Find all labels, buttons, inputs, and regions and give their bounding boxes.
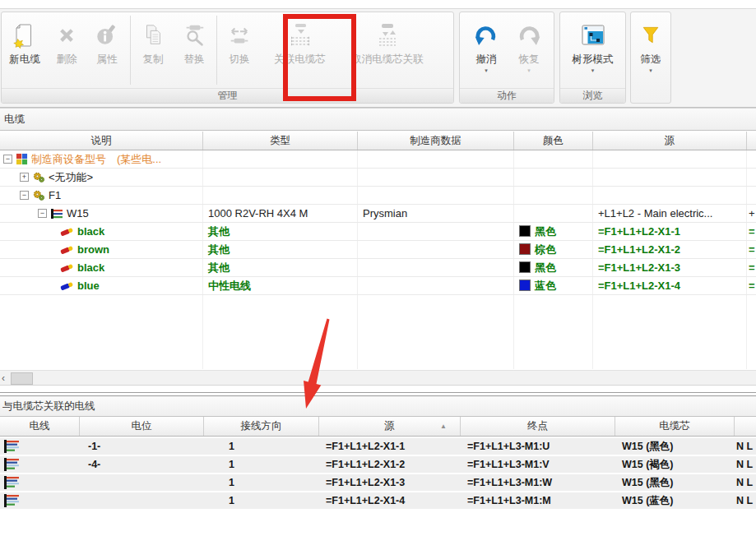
table-row[interactable]: brown 其他 棕色 =F1+L1+L2-X1-2 = xyxy=(0,241,756,259)
scroll-left-arrow-icon[interactable]: ‹ xyxy=(2,372,5,385)
link-cores-button[interactable]: 关联电缆芯 xyxy=(260,12,340,88)
replace-label: 替换 xyxy=(184,53,205,66)
tree-expander[interactable]: − xyxy=(20,191,29,200)
column-header-potential[interactable]: 电位 xyxy=(80,417,204,436)
device-model-cube-icon xyxy=(16,153,28,165)
table-row[interactable]: blue 中性电线 蓝色 =F1+L1+L2-X1-4 = xyxy=(0,277,756,295)
column-header-direction[interactable]: 接线方向 xyxy=(204,417,319,436)
cell-source xyxy=(593,169,747,186)
cell-type: 中性电线 xyxy=(203,277,358,294)
undo-button[interactable]: 撤消 ▾ xyxy=(464,12,508,88)
cell-type: 1000 R2V-RH 4X4 M xyxy=(203,205,358,222)
filter-icon xyxy=(639,17,662,53)
unlink-cores-button[interactable]: 取消电缆芯关联 xyxy=(340,12,435,88)
color-swatch xyxy=(519,261,531,273)
properties-icon xyxy=(95,17,119,53)
cell-manufacturer xyxy=(358,187,514,204)
table-row[interactable]: + <无功能> xyxy=(0,169,756,187)
cell-type xyxy=(203,169,358,186)
switch-button[interactable]: 切换 xyxy=(219,12,260,88)
filter-button[interactable]: 筛选 ▾ xyxy=(632,12,670,88)
delete-button[interactable]: 删除 xyxy=(48,12,86,88)
tree-mode-label: 树形模式 xyxy=(573,53,614,66)
wires-table: 电线 电位 接线方向 源▲ 终点 电缆芯 -1- 1 =F1+L1+L2-X1-… xyxy=(0,417,756,509)
column-header-wire[interactable]: 电线 xyxy=(0,417,80,436)
cell-cutoff: N L xyxy=(735,438,756,455)
tree-node-label: <无功能> xyxy=(49,169,93,186)
column-header-color[interactable]: 颜色 xyxy=(514,132,593,150)
cell-type xyxy=(203,187,358,204)
color-swatch xyxy=(519,243,531,255)
core-label: blue xyxy=(77,277,100,294)
tree-expander[interactable]: + xyxy=(20,173,29,182)
ribbon-group-actions: 撤消 ▾ 恢复 ▾ 动作 xyxy=(459,12,554,104)
cell-cable-core: W15 (黑色) xyxy=(615,438,735,455)
table-row[interactable]: -1- 1 =F1+L1+L2-X1-1 =F1+L1+L3-M1:U W15 … xyxy=(0,438,756,455)
redo-label: 恢复 xyxy=(519,53,540,66)
ribbon: 新电缆 删除 xyxy=(0,8,756,108)
cell-potential: -4- xyxy=(80,456,204,473)
column-header-description[interactable]: 说明 xyxy=(0,132,203,150)
column-header-type[interactable]: 类型 xyxy=(203,132,358,150)
undo-dropdown-caret[interactable]: ▾ xyxy=(485,67,488,74)
cell-manufacturer xyxy=(358,241,514,258)
redo-dropdown-caret[interactable]: ▾ xyxy=(527,67,531,74)
redo-icon xyxy=(515,17,543,53)
table-row[interactable]: 1 =F1+L1+L2-X1-4 =F1+L1+L3-M1:M W15 (蓝色)… xyxy=(0,492,756,509)
table-row[interactable]: − 制造商设备型号 (某些电... xyxy=(0,150,756,169)
horizontal-scrollbar[interactable]: ‹ xyxy=(0,370,756,386)
cell-wire xyxy=(0,492,80,509)
cell-cutoff xyxy=(747,169,756,186)
column-header-destination[interactable]: 终点 xyxy=(461,417,615,436)
wire-lines-icon xyxy=(3,476,20,489)
properties-button[interactable]: 属性 xyxy=(86,12,128,88)
cell-source: =F1+L1+L2-X1-3 xyxy=(319,474,461,491)
tree-expander[interactable]: − xyxy=(3,155,12,164)
cell-cutoff: + xyxy=(747,205,756,222)
cell-direction: 1 xyxy=(204,438,319,455)
cable-table: 说明 类型 制造商数据 颜色 源 − 制造商设备型号 (某些电... xyxy=(0,132,756,370)
column-header-source[interactable]: 源▲ xyxy=(319,417,461,436)
cell-manufacturer xyxy=(358,277,514,294)
column-header-cutoff[interactable] xyxy=(747,132,756,150)
ribbon-separator xyxy=(216,16,217,85)
core-label: black xyxy=(77,223,104,240)
sort-ascending-icon: ▲ xyxy=(440,417,447,436)
replace-button[interactable]: 替换 xyxy=(174,12,215,88)
copy-button[interactable]: 复制 xyxy=(132,12,174,88)
table-row[interactable]: − W15 1000 R2V-RH 4X4 M Prysmian +L1+L2 … xyxy=(0,205,756,223)
gears-icon xyxy=(32,171,45,184)
column-header-cutoff[interactable] xyxy=(735,417,756,436)
gears-icon xyxy=(32,189,45,202)
wire-lines-icon xyxy=(3,440,20,453)
tree-mode-button[interactable]: 树形模式 ▾ xyxy=(562,12,624,88)
cable-table-empty-area xyxy=(0,295,756,369)
cable-panel-title: 电缆 xyxy=(0,108,756,131)
cell-destination: =F1+L1+L3-M1:U xyxy=(461,438,615,455)
cell-cutoff: N L xyxy=(735,492,756,509)
table-row[interactable]: -4- 1 =F1+L1+L2-X1-2 =F1+L1+L3-M1:V W15 … xyxy=(0,456,756,473)
cell-destination: =F1+L1+L3-M1:M xyxy=(461,492,615,509)
table-row[interactable]: black 其他 黑色 =F1+L1+L2-X1-1 = xyxy=(0,223,756,241)
tree-mode-dropdown-caret[interactable]: ▾ xyxy=(591,67,595,74)
column-header-source[interactable]: 源 xyxy=(593,132,747,150)
cell-type: 其他 xyxy=(203,259,358,276)
color-name: 蓝色 xyxy=(535,280,556,292)
unlink-cores-icon xyxy=(374,17,401,53)
table-row[interactable]: 1 =F1+L1+L2-X1-3 =F1+L1+L3-M1:W W15 (黑色)… xyxy=(0,474,756,491)
tree-expander[interactable]: − xyxy=(38,209,47,218)
table-row[interactable]: black 其他 黑色 =F1+L1+L2-X1-3 = xyxy=(0,259,756,277)
wire-marker-icon xyxy=(59,225,74,238)
table-row[interactable]: − F1 xyxy=(0,187,756,205)
tree-node-label: 制造商设备型号 (某些电... xyxy=(31,150,161,168)
column-header-manufacturer-data[interactable]: 制造商数据 xyxy=(358,132,514,150)
filter-dropdown-caret[interactable]: ▾ xyxy=(649,67,652,74)
replace-icon xyxy=(182,17,206,53)
cell-color xyxy=(514,187,593,204)
cell-source: =F1+L1+L2-X1-3 xyxy=(593,259,747,276)
column-header-cable-core[interactable]: 电缆芯 xyxy=(615,417,735,436)
redo-button[interactable]: 恢复 ▾ xyxy=(508,12,550,88)
scrollbar-thumb[interactable] xyxy=(11,372,33,385)
new-cable-button[interactable]: 新电缆 xyxy=(2,12,48,88)
cell-cutoff: = xyxy=(747,241,756,258)
